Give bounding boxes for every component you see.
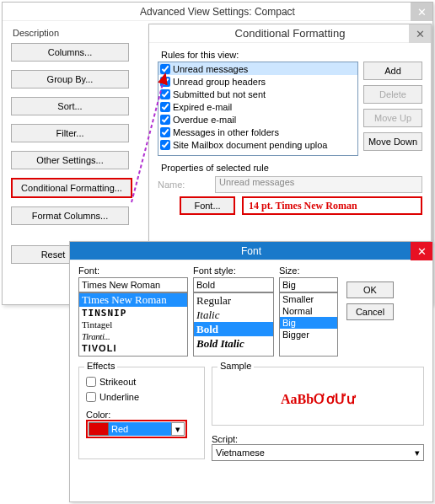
avs-title: Advanced View Settings: Compact (140, 6, 295, 18)
rule-row[interactable]: Site Mailbox document pending uploa (158, 138, 357, 151)
style-option[interactable]: Bold Italic (194, 336, 273, 351)
effects-group: Effects Strikeout Underline Color: Red ▾ (78, 367, 205, 459)
color-label: Color: (86, 410, 197, 420)
underline-label: Underline (99, 392, 139, 402)
rule-row[interactable]: Unread messages (158, 62, 357, 75)
properties-label: Properties of selected rule (161, 163, 422, 173)
font-style-input[interactable]: Bold (193, 277, 274, 292)
font-button[interactable]: Font... (180, 196, 235, 215)
rule-checkbox[interactable] (160, 89, 170, 99)
font-label: Font: (78, 265, 188, 276)
font-style-listbox[interactable]: RegularItalicBoldBold Italic (193, 292, 274, 357)
delete-button[interactable]: Delete (363, 85, 422, 104)
name-label: Name: (158, 180, 208, 190)
font-title: Font (241, 245, 261, 257)
conditional-formatting-dialog: Conditional Formatting ✕ Rules for this … (148, 24, 432, 244)
font-option[interactable]: TIVOLI (79, 342, 187, 354)
move-down-button[interactable]: Move Down (363, 132, 422, 151)
rule-label: Submitted but not sent (173, 89, 266, 99)
rules-listbox[interactable]: Unread messagesUnread group headersSubmi… (158, 62, 358, 156)
size-option[interactable]: Big (280, 317, 337, 329)
style-option[interactable]: Bold (194, 322, 273, 336)
rule-row[interactable]: Expired e-mail (158, 100, 357, 113)
rule-label: Unread group headers (173, 77, 266, 87)
sort-button[interactable]: Sort... (11, 97, 129, 115)
rule-label: Expired e-mail (173, 102, 232, 112)
rule-checkbox[interactable] (160, 77, 170, 87)
font-dialog: Font ✕ Font: Times New Roman Times New R… (69, 241, 433, 502)
close-icon[interactable]: ✕ (411, 242, 432, 260)
color-value: Red (109, 422, 171, 436)
close-icon[interactable]: ✕ (409, 24, 431, 43)
font-input[interactable]: Times New Roman (78, 277, 188, 292)
rule-checkbox[interactable] (160, 127, 170, 137)
color-dropdown[interactable]: Red ▾ (86, 420, 187, 438)
columns-button[interactable]: Columns... (11, 43, 129, 62)
rule-checkbox[interactable] (160, 115, 170, 125)
rule-label: Site Mailbox document pending uploa (173, 140, 327, 150)
size-option[interactable]: Bigger (280, 329, 337, 340)
font-option[interactable]: Tintagel (79, 319, 187, 330)
font-option[interactable]: TINSNIP (79, 307, 187, 319)
group-by-button[interactable]: Group By... (11, 70, 129, 88)
move-up-button[interactable]: Move Up (363, 109, 422, 127)
conditional-formatting-button[interactable]: Conditional Formatting... (11, 178, 132, 198)
font-titlebar: Font ✕ (70, 242, 432, 260)
rule-row[interactable]: Unread group headers (158, 75, 357, 88)
size-label: Size: (279, 265, 338, 276)
rule-label: Messages in other folders (173, 127, 279, 137)
strikeout-checkbox[interactable] (86, 377, 96, 387)
rule-row[interactable]: Messages in other folders (158, 126, 357, 138)
size-option[interactable]: Normal (280, 305, 337, 317)
size-option[interactable]: Smaller (280, 293, 337, 305)
effects-legend: Effects (84, 361, 117, 371)
cancel-button[interactable]: Cancel (346, 303, 394, 320)
rule-checkbox[interactable] (160, 102, 170, 112)
avs-titlebar: Advanced View Settings: Compact ✕ (3, 3, 432, 21)
font-listbox[interactable]: Times New RomanTINSNIPTintagelTiranti...… (78, 292, 188, 357)
other-settings-button[interactable]: Other Settings... (11, 151, 129, 169)
style-option[interactable]: Regular (194, 293, 273, 308)
sample-group: Sample AaBbƠơƯư (212, 367, 424, 426)
font-style-label: Font style: (193, 265, 274, 276)
style-option[interactable]: Italic (194, 308, 273, 322)
sample-text: AaBbƠơƯư (219, 374, 416, 423)
script-label: Script: (212, 434, 424, 444)
rule-label: Unread messages (173, 64, 248, 74)
chevron-down-icon[interactable]: ▾ (171, 422, 185, 436)
cf-titlebar: Conditional Formatting ✕ (149, 24, 431, 43)
filter-button[interactable]: Filter... (11, 124, 129, 142)
add-button[interactable]: Add (363, 62, 422, 80)
rule-row[interactable]: Overdue e-mail (158, 113, 357, 126)
size-listbox[interactable]: SmallerNormalBigBigger (279, 292, 338, 357)
strikeout-label: Strikeout (99, 377, 136, 387)
script-dropdown[interactable]: Vietnamese ▾ (212, 444, 424, 461)
font-option[interactable]: Times New Roman (79, 293, 187, 307)
ok-button[interactable]: OK (346, 281, 394, 298)
color-swatch (89, 422, 109, 436)
cf-title: Conditional Formatting (235, 27, 346, 40)
chevron-down-icon: ▾ (415, 448, 420, 458)
rule-label: Overdue e-mail (173, 115, 236, 125)
underline-checkbox[interactable] (86, 392, 96, 402)
rule-name-input[interactable]: Unread messages (215, 176, 422, 193)
close-icon[interactable]: ✕ (411, 3, 432, 21)
script-value: Vietnamese (216, 448, 265, 458)
font-preview: 14 pt. Times New Roman (242, 196, 422, 215)
format-columns-button[interactable]: Format Columns... (11, 206, 129, 225)
rule-checkbox[interactable] (160, 140, 170, 150)
rules-label: Rules for this view: (161, 50, 422, 60)
rule-checkbox[interactable] (160, 64, 170, 74)
rule-row[interactable]: Submitted but not sent (158, 88, 357, 100)
size-input[interactable]: Big (279, 277, 338, 292)
sample-legend: Sample (218, 361, 254, 371)
font-option[interactable]: Tiranti... (79, 330, 187, 342)
